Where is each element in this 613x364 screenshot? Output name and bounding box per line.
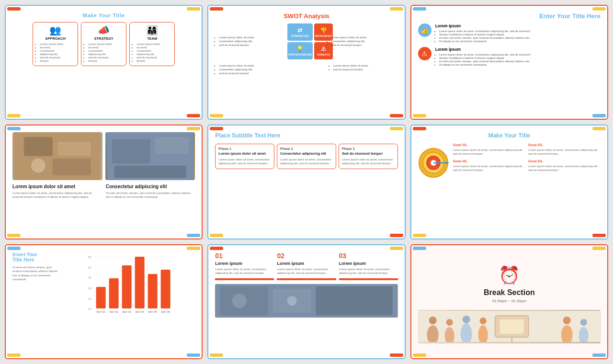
- goal-04: Goal 04. Lorem ipsum dolor sit amet, con…: [528, 159, 601, 172]
- swot-left-top: Lorem ipsum dolor sit amet,consectetur a…: [215, 36, 285, 47]
- chart-area: 60 50 40 30 20 10 Item 01 Item 02: [64, 252, 195, 352]
- strategy-list: Lorem ipsum dolorsit amet,consecteturadi…: [84, 43, 123, 62]
- swot-boxes: ⇄ STRENGTHS 👎 WEAKNESS 💡 OPPORTUNITIES ⚠…: [287, 23, 326, 59]
- slide7-left: Insert YourTitle Here Ut enim ad minim v…: [12, 252, 60, 352]
- col2-bar: [277, 278, 336, 280]
- slide-5: Place Subtitle Text Here Phase 1 Lorem i…: [207, 125, 405, 239]
- slide6-content: Goal 01. Lorem ipsum dolor sit amet, con…: [418, 143, 601, 182]
- approach-card: 👥 APPROACH Lorem ipsum dolorsit amet,con…: [33, 22, 78, 66]
- phase3-num: Phase 3: [342, 147, 395, 150]
- col3-title: Lorem ipsum: [339, 261, 398, 266]
- slide3-item2-content: Lorem ipsum Lorem ipsum dolor sit amet, …: [435, 47, 530, 67]
- slide4-right-text: Consectetur adipiscing elit Ut enim ad m…: [106, 184, 195, 199]
- phase1-text: Lorem ipsum dolor sit amet, consectetur …: [218, 158, 271, 166]
- slide3-item2-heading: Lorem ipsum: [435, 47, 530, 52]
- clock-icon: ⏰: [499, 265, 520, 285]
- opportunities-icon: 💡: [296, 46, 304, 52]
- phase2-text: Lorem ipsum dolor sit amet, consectetur …: [280, 158, 333, 166]
- svg-rect-7: [155, 137, 189, 154]
- svg-rect-2: [57, 142, 91, 156]
- weakness-icon: 👎: [320, 27, 327, 34]
- phase2-num: Phase 2: [280, 147, 333, 150]
- svg-point-51: [462, 316, 470, 323]
- col3-num: 03: [339, 252, 398, 260]
- slide4-image-left: [12, 132, 102, 180]
- svg-rect-8: [114, 166, 186, 178]
- slide9-title: Break Section: [484, 288, 535, 297]
- slide4-bottom: Lorem ipsum dolor sit amet Lorem ipsum d…: [12, 184, 195, 199]
- svg-text:Item 05: Item 05: [148, 310, 157, 313]
- svg-text:Item 04: Item 04: [135, 310, 144, 313]
- team-card: 👨‍👩‍👧 TEAM Lorem ipsum dolorsit amet,con…: [129, 22, 175, 66]
- warning-icon: ⚠: [418, 47, 431, 60]
- col1-title: Lorem ipsum: [215, 261, 274, 266]
- col1-bar: [215, 278, 274, 280]
- strategy-icon: 📣: [84, 25, 123, 35]
- slide5-phases: Phase 1 Lorem ipsum dolor sit amet Lorem…: [215, 144, 397, 169]
- svg-rect-33: [135, 257, 145, 308]
- svg-rect-27: [96, 287, 106, 308]
- svg-text:10: 10: [88, 307, 91, 310]
- slide-9: ⏰ Break Section 01:00pm ~ 01:30pm: [410, 244, 608, 359]
- svg-rect-6: [112, 139, 150, 163]
- slide7-text: Ut enim ad minim veniam, quis nostrud ex…: [12, 265, 60, 282]
- slide3-title: Enter Your Title Here: [418, 12, 601, 20]
- slide-1: Make Your Title 👥 APPROACH Lorem ipsum d…: [5, 5, 203, 120]
- svg-rect-37: [161, 270, 170, 308]
- slide4-left-text: Lorem ipsum dolor sit amet Lorem ipsum d…: [12, 184, 102, 199]
- svg-point-53: [479, 318, 486, 324]
- approach-icon: 👥: [36, 25, 75, 35]
- col3-text: Lorem ipsum dolor sit amet, consectetur …: [339, 267, 398, 275]
- team-list: Lorem ipsum dolorsit amet,consecteturadi…: [133, 43, 171, 62]
- slide-4: Lorem ipsum dolor sit amet Lorem ipsum d…: [5, 125, 203, 239]
- slide6-title: Make Your Title: [418, 132, 601, 139]
- svg-point-47: [429, 317, 436, 324]
- svg-point-3: [31, 159, 45, 173]
- strategy-title: STRATEGY: [84, 36, 123, 41]
- svg-text:Item 06: Item 06: [161, 310, 170, 313]
- col2-text: Lorem ipsum dolor sit amet, consectetur …: [277, 267, 336, 275]
- swot-grid: Lorem ipsum dolor sit amet,consectetur a…: [215, 23, 397, 61]
- slide4-right-body: Ut enim ad minim veniam, quis nostrud ex…: [106, 191, 195, 199]
- threats-label: THREATS: [317, 53, 330, 56]
- slide8-col-1: 01 Lorem ipsum Lorem ipsum dolor sit ame…: [215, 252, 274, 280]
- swot-bottom-right: Lorem ipsum dolor sit amet,sed do eiusmo…: [329, 64, 398, 76]
- col1-num: 01: [215, 252, 274, 260]
- slide9-illustration: [418, 310, 601, 343]
- svg-text:Item 01: Item 01: [96, 310, 105, 313]
- slide-2: SWOT Analysis Lorem ipsum dolor sit amet…: [207, 5, 405, 120]
- team-icon: 👨‍👩‍👧: [133, 25, 171, 35]
- phase1-num: Phase 1: [218, 147, 271, 150]
- slide3-item-1: 👍 Lorem ipsum Lorem ipsum dolor sit amet…: [418, 23, 601, 43]
- swot-bottom-row: Lorem ipsum dolor sit amet,consectetur a…: [215, 64, 397, 76]
- swot-bottom-left: Lorem ipsum dolor sit amet,consectetur a…: [215, 64, 284, 76]
- slide9-content: ⏰ Break Section 01:00pm ~ 01:30pm: [418, 252, 601, 352]
- svg-rect-59: [499, 319, 523, 334]
- approach-title: APPROACH: [36, 36, 75, 41]
- thumbs-up-icon: 👍: [418, 23, 431, 37]
- phase3-title: Sed do eiusmod tempor: [342, 151, 395, 156]
- swot-boxes-top: ⇄ STRENGTHS 👎 WEAKNESS 💡 OPPORTUNITIES ⚠…: [287, 23, 326, 59]
- slide3-item1-heading: Lorem ipsum: [435, 23, 530, 28]
- svg-rect-1: [24, 137, 53, 156]
- threats-icon: ⚠: [321, 46, 326, 52]
- svg-rect-4: [53, 159, 91, 175]
- svg-text:40: 40: [88, 276, 91, 279]
- approach-list: Lorem ipsum dolorsit amet,consecteturadi…: [36, 43, 75, 62]
- goal-03: Goal 03. Lorem ipsum dolor sit amet, con…: [528, 143, 601, 156]
- phase1-title: Lorem ipsum dolor sit amet: [218, 151, 271, 156]
- bar-chart: 60 50 40 30 20 10 Item 01 Item 02: [64, 252, 195, 314]
- goal-01: Goal 01. Lorem ipsum dolor sit amet, con…: [453, 143, 525, 156]
- svg-point-44: [287, 296, 297, 306]
- swot-title: SWOT Analysis: [215, 12, 397, 20]
- slide5-title: Place Subtitle Text Here: [215, 132, 397, 139]
- swot-opportunities-box: 💡 OPPORTUNITIES: [287, 42, 313, 59]
- phase-3-card: Phase 3 Sed do eiusmod tempor Lorem ipsu…: [339, 144, 398, 169]
- slide-grid: Make Your Title 👥 APPROACH Lorem ipsum d…: [0, 0, 613, 364]
- slide1-title: Make Your Title: [12, 12, 195, 18]
- slide7-title: Insert YourTitle Here: [12, 252, 60, 262]
- svg-point-49: [446, 319, 453, 326]
- swot-strengths-box: ⇄ STRENGTHS: [287, 23, 313, 41]
- phase-2-card: Phase 2 Consectetur adipiscing elit Lore…: [277, 144, 336, 169]
- slide-7: Insert YourTitle Here Ut enim ad minim v…: [5, 244, 203, 359]
